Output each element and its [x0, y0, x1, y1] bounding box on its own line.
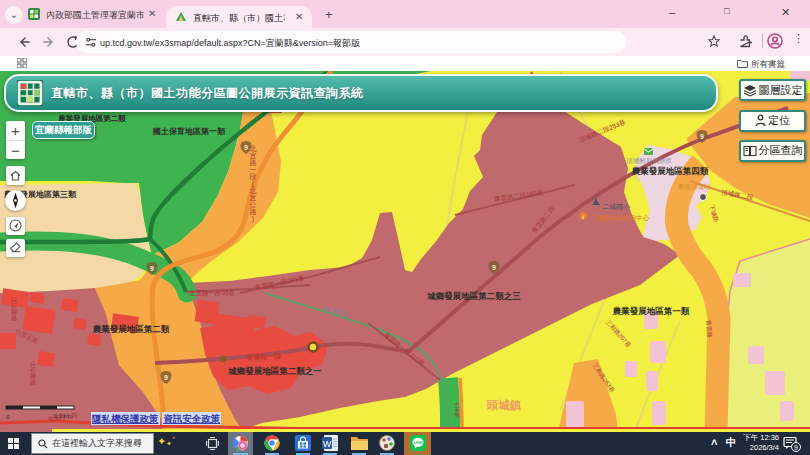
svg-text:白石腳路: 白石腳路	[10, 297, 17, 322]
svg-text:9: 9	[492, 264, 496, 271]
svg-text:農業發展地區第四類: 農業發展地區第四類	[631, 166, 709, 176]
svg-text:中崙橋: 中崙橋	[454, 401, 460, 417]
svg-text:9: 9	[244, 144, 248, 151]
svg-text:9: 9	[164, 374, 168, 381]
svg-text:頭城鎮: 頭城鎮	[486, 399, 522, 412]
svg-text:農業發展地區第一類: 農業發展地區第一類	[612, 306, 690, 316]
svg-text:北宜路一段66巷: 北宜路一段66巷	[189, 289, 235, 297]
svg-text:農業發展地區第二類: 農業發展地區第二類	[92, 324, 170, 334]
svg-text:頂埔郵局代辦所: 頂埔郵局代辦所	[626, 157, 672, 165]
svg-text:城鄉發展地區第二類之三: 城鄉發展地區第二類之三	[426, 291, 521, 301]
svg-text:0.3 Km: 0.3 Km	[53, 413, 72, 419]
svg-text:城鄉發展地區第二類之一: 城鄉發展地區第二類之一	[227, 366, 322, 376]
svg-text:9: 9	[700, 133, 704, 140]
svg-text:二城鐵馬站諮詢中心: 二城鐵馬站諮詢中心	[591, 214, 650, 222]
svg-text:白石腳路: 白石腳路	[29, 361, 36, 386]
svg-text:二城國小: 二城國小	[602, 203, 630, 211]
svg-text:LINE: LINE	[414, 441, 423, 445]
svg-text:國土保育地區第一類: 國土保育地區第一類	[153, 126, 226, 136]
svg-text:9: 9	[150, 265, 154, 272]
svg-text:臺鐵頂埔站: 臺鐵頂埔站	[678, 183, 711, 191]
svg-text:W: W	[323, 439, 332, 449]
